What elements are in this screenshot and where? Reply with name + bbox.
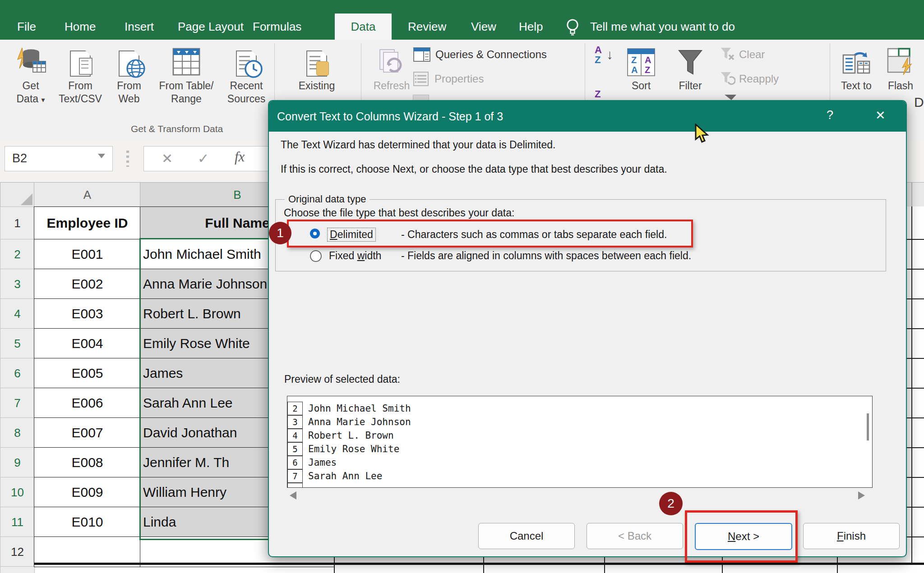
- excel-window: File Home Insert Page Layout Formulas Da…: [0, 0, 924, 573]
- row-header-5[interactable]: 5: [0, 328, 35, 359]
- row-header-8[interactable]: 8: [0, 417, 35, 448]
- formula-cancel-icon[interactable]: ✕: [162, 151, 173, 166]
- gridline: [911, 206, 912, 564]
- from-web-label-1: From: [104, 79, 154, 92]
- dialog-title: Convert Text to Columns Wizard - Step 1 …: [277, 110, 503, 123]
- preview-row: 7Sarah Ann Lee: [287, 469, 382, 483]
- gridline: [905, 388, 924, 389]
- refresh-button: Refresh: [366, 43, 417, 92]
- cell-a1[interactable]: Employee ID: [34, 206, 141, 240]
- preview-vscroll-thumb[interactable]: [867, 413, 869, 440]
- cancel-button[interactable]: Cancel: [478, 523, 575, 549]
- preview-row: 6James: [287, 456, 337, 469]
- tab-formulas[interactable]: Formulas: [245, 14, 310, 40]
- svg-text:Z: Z: [631, 55, 637, 65]
- cell-a8[interactable]: E007: [34, 417, 141, 448]
- row-header-6[interactable]: 6: [0, 358, 35, 389]
- gridline: [905, 298, 924, 299]
- fixed-width-radio-label[interactable]: Fixed width: [329, 250, 381, 262]
- row-header-11[interactable]: 11: [0, 507, 35, 537]
- reapply-icon: [720, 71, 735, 87]
- row-header-3[interactable]: 3: [0, 269, 35, 299]
- from-text-label-1: From: [55, 79, 106, 92]
- name-box-dropdown-icon[interactable]: [98, 154, 105, 158]
- reapply-button: Reapply: [720, 71, 779, 87]
- row-header-12[interactable]: 12: [0, 536, 35, 567]
- flash-fill-icon: [878, 43, 923, 77]
- gridline: [905, 536, 924, 537]
- row-header-2[interactable]: 2: [0, 239, 35, 270]
- recent-sources-button[interactable]: Recent Sources: [221, 43, 272, 105]
- sort-label: Sort: [616, 79, 666, 92]
- dialog-title-bar[interactable]: Convert Text to Columns Wizard - Step 1 …: [269, 101, 906, 132]
- fixed-width-radio[interactable]: [310, 250, 322, 262]
- groupbox-legend: Original data type: [285, 193, 370, 205]
- from-table-range-icon: [157, 43, 216, 77]
- gridline: [905, 417, 924, 418]
- column-header-a[interactable]: A: [34, 182, 141, 207]
- row-header-7[interactable]: 7: [0, 388, 35, 418]
- filter-button[interactable]: Filter: [667, 43, 714, 92]
- tab-data[interactable]: Data: [335, 14, 392, 40]
- tab-help[interactable]: Help: [511, 14, 551, 40]
- name-box[interactable]: B2: [5, 146, 113, 171]
- sort-button[interactable]: ZAAZ Sort: [616, 43, 666, 92]
- from-table-range-button[interactable]: From Table/ Range: [157, 43, 216, 105]
- sort-az-icon-z: Z: [595, 54, 601, 66]
- queries-connections-button[interactable]: Queries & Connections: [413, 47, 547, 62]
- existing-connections-button[interactable]: Existing: [291, 43, 342, 92]
- cell-a4[interactable]: E003: [34, 298, 141, 329]
- tab-view[interactable]: View: [463, 14, 504, 40]
- tab-home[interactable]: Home: [56, 14, 104, 40]
- row-header-10[interactable]: 10: [0, 477, 35, 508]
- recent-sources-icon: [221, 43, 272, 77]
- cell-a3[interactable]: E002: [34, 269, 141, 299]
- cell-a7[interactable]: E006: [34, 388, 141, 418]
- advanced-filter-icon-partial: [724, 94, 737, 100]
- text-to-columns-button[interactable]: Text to: [834, 43, 879, 92]
- dialog-close-icon[interactable]: ✕: [875, 108, 886, 123]
- flash-fill-button[interactable]: Flash: [878, 43, 923, 92]
- get-data-icon: [5, 43, 56, 77]
- from-text-csv-icon: [55, 43, 106, 77]
- row-header-4[interactable]: 4: [0, 298, 35, 329]
- tab-review[interactable]: Review: [400, 14, 454, 40]
- svg-text:A: A: [631, 65, 638, 75]
- preview-hscroll-left-icon[interactable]: [290, 491, 296, 500]
- namebox-splitter[interactable]: [126, 151, 129, 167]
- preview-row: 2John Michael Smith: [287, 402, 411, 415]
- table-bottom-border: [34, 563, 924, 565]
- cell-a11[interactable]: E010: [34, 507, 141, 537]
- insert-function-icon[interactable]: fx: [235, 149, 245, 165]
- row-header-1[interactable]: 1: [0, 206, 35, 240]
- row-header-13[interactable]: [0, 566, 35, 573]
- from-web-button[interactable]: From Web: [104, 43, 154, 105]
- formula-enter-icon[interactable]: ✓: [198, 151, 209, 166]
- get-data-button[interactable]: Get Data ▾: [5, 43, 56, 106]
- cell-a9[interactable]: E008: [34, 447, 141, 478]
- reapply-label: Reapply: [739, 73, 779, 85]
- tell-me-box[interactable]: Tell me what you want to do: [582, 14, 743, 40]
- from-text-csv-button[interactable]: From Text/CSV: [55, 43, 106, 105]
- sort-icon: ZAAZ: [616, 43, 666, 77]
- preview-row: 3Anna Marie Johnson: [287, 415, 411, 429]
- preview-row-partial: [287, 483, 308, 488]
- tab-file[interactable]: File: [9, 14, 44, 40]
- recent-sources-label-1: Recent: [221, 79, 272, 92]
- ribbon-clipped-label: D: [914, 95, 924, 110]
- tab-insert[interactable]: Insert: [116, 14, 162, 40]
- down-arrow-icon: ↓: [606, 47, 613, 62]
- tab-page-layout[interactable]: Page Layout: [170, 14, 252, 40]
- cell-a2[interactable]: E001: [34, 239, 141, 270]
- cell-a6[interactable]: E005: [34, 358, 141, 389]
- preview-box[interactable]: 2John Michael Smith 3Anna Marie Johnson …: [287, 396, 873, 488]
- cell-a5[interactable]: E004: [34, 328, 141, 359]
- gridline: [905, 447, 924, 448]
- dialog-help-icon[interactable]: ?: [827, 108, 833, 122]
- finish-button[interactable]: Finish: [803, 523, 900, 549]
- gridline: [905, 269, 924, 270]
- preview-hscroll-right-icon[interactable]: [858, 491, 865, 500]
- cell-a10[interactable]: E009: [34, 477, 141, 508]
- select-all-corner[interactable]: [0, 182, 35, 207]
- row-header-9[interactable]: 9: [0, 447, 35, 478]
